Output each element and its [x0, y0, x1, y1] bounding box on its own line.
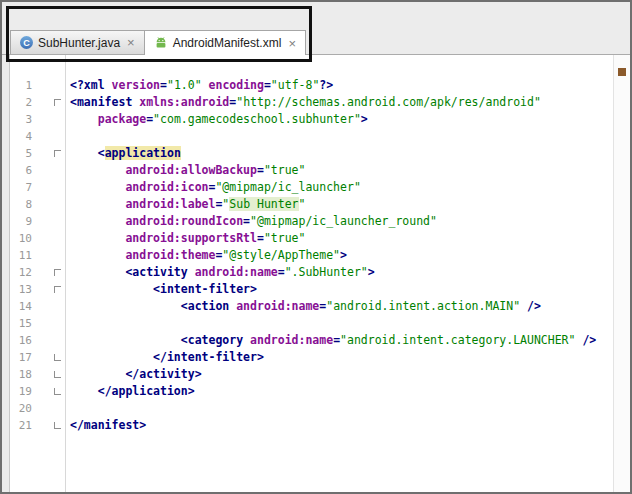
- code-text: </activity>: [70, 366, 202, 383]
- line-number: 7: [10, 179, 32, 196]
- code-text: <?xml version="1.0" encoding="utf-8"?>: [70, 77, 333, 94]
- code-line[interactable]: 12 <activity android:name=".SubHunter">: [10, 264, 614, 281]
- code-line[interactable]: 21</manifest>: [10, 417, 614, 434]
- code-text: <action android:name="android.intent.act…: [70, 298, 541, 315]
- inspections-indicator-icon[interactable]: [618, 68, 626, 76]
- line-number: 4: [10, 128, 32, 145]
- code-text: <category android:name="android.intent.c…: [70, 332, 596, 349]
- code-line[interactable]: 11 android:theme="@style/AppTheme">: [10, 247, 614, 264]
- fold-marker-icon[interactable]: [54, 269, 61, 276]
- line-number: 1: [10, 77, 32, 94]
- fold-marker-icon[interactable]: [54, 354, 61, 361]
- editor-tab-bar-area: C SubHunter.java × AndroidManifest.xml: [2, 2, 630, 55]
- line-number: 21: [10, 417, 32, 434]
- line-number: 13: [10, 281, 32, 298]
- tab-label: SubHunter.java: [38, 36, 120, 50]
- scrollbar-track[interactable]: [613, 55, 630, 492]
- ide-window: C SubHunter.java × AndroidManifest.xml: [0, 0, 632, 494]
- close-tab-icon[interactable]: ×: [125, 36, 135, 49]
- code-line[interactable]: 6 android:allowBackup="true": [10, 162, 614, 179]
- line-number: 10: [10, 230, 32, 247]
- editor-tab-bar: C SubHunter.java × AndroidManifest.xml: [10, 30, 306, 54]
- code-line[interactable]: 2<manifest xmlns:android="http://schemas…: [10, 94, 614, 111]
- line-number: 11: [10, 247, 32, 264]
- line-number: 15: [10, 315, 32, 332]
- code-line[interactable]: 20: [10, 400, 614, 417]
- tab-subhunter-java[interactable]: C SubHunter.java ×: [10, 30, 145, 54]
- fold-marker-icon[interactable]: [54, 422, 61, 429]
- code-text: </intent-filter>: [70, 349, 264, 366]
- code-text: android:roundIcon="@mipmap/ic_launcher_r…: [70, 213, 437, 230]
- code-text: android:allowBackup="true": [70, 162, 305, 179]
- code-line[interactable]: 3 package="com.gamecodeschool.subhunter"…: [10, 111, 614, 128]
- code-line[interactable]: 13 <intent-filter>: [10, 281, 614, 298]
- code-text: <intent-filter>: [70, 281, 257, 298]
- fold-marker-icon[interactable]: [54, 99, 61, 106]
- left-tool-window-strip: [2, 55, 10, 492]
- code-text: android:supportsRtl="true": [70, 230, 305, 247]
- code-line[interactable]: 4: [10, 128, 614, 145]
- line-number: 17: [10, 349, 32, 366]
- code-lines: 1<?xml version="1.0" encoding="utf-8"?>2…: [10, 77, 614, 434]
- java-class-icon: C: [20, 36, 33, 49]
- line-number: 14: [10, 298, 32, 315]
- code-line[interactable]: 7 android:icon="@mipmap/ic_launcher": [10, 179, 614, 196]
- gutter-separator: [65, 55, 66, 492]
- line-number: 19: [10, 383, 32, 400]
- fold-marker-icon[interactable]: [54, 388, 61, 395]
- line-number: 9: [10, 213, 32, 230]
- code-text: android:theme="@style/AppTheme">: [70, 247, 347, 264]
- code-line[interactable]: 1<?xml version="1.0" encoding="utf-8"?>: [10, 77, 614, 94]
- fold-marker-icon[interactable]: [54, 286, 61, 293]
- code-line[interactable]: 17 </intent-filter>: [10, 349, 614, 366]
- code-line[interactable]: 16 <category android:name="android.inten…: [10, 332, 614, 349]
- code-text: </application>: [70, 383, 195, 400]
- line-number: 5: [10, 145, 32, 162]
- code-line[interactable]: 18 </activity>: [10, 366, 614, 383]
- fold-marker-icon[interactable]: [54, 371, 61, 378]
- line-number: 2: [10, 94, 32, 111]
- code-text: package="com.gamecodeschool.subhunter">: [70, 111, 368, 128]
- code-line[interactable]: 19 </application>: [10, 383, 614, 400]
- line-number: 6: [10, 162, 32, 179]
- code-text: android:icon="@mipmap/ic_launcher": [70, 179, 361, 196]
- code-text: android:label="Sub Hunter": [70, 196, 305, 213]
- code-text: <manifest xmlns:android="http://schemas.…: [70, 94, 541, 111]
- code-line[interactable]: 5 <application: [10, 145, 614, 162]
- line-number: 18: [10, 366, 32, 383]
- fold-marker-icon[interactable]: [54, 150, 61, 157]
- code-text: <application: [70, 145, 181, 162]
- android-icon: [154, 36, 168, 50]
- tab-androidmanifest-xml[interactable]: AndroidManifest.xml ×: [144, 30, 306, 55]
- line-number: 12: [10, 264, 32, 281]
- code-line[interactable]: 9 android:roundIcon="@mipmap/ic_launcher…: [10, 213, 614, 230]
- code-line[interactable]: 8 android:label="Sub Hunter": [10, 196, 614, 213]
- code-text: </manifest>: [70, 417, 146, 434]
- code-text: <activity android:name=".SubHunter">: [70, 264, 375, 281]
- line-number: 8: [10, 196, 32, 213]
- code-line[interactable]: 15: [10, 315, 614, 332]
- line-number: 20: [10, 400, 32, 417]
- code-line[interactable]: 10 android:supportsRtl="true": [10, 230, 614, 247]
- line-number: 16: [10, 332, 32, 349]
- close-tab-icon[interactable]: ×: [286, 37, 296, 50]
- line-number: 3: [10, 111, 32, 128]
- tab-label: AndroidManifest.xml: [173, 36, 282, 50]
- editor-area: 1<?xml version="1.0" encoding="utf-8"?>2…: [10, 55, 614, 492]
- code-line[interactable]: 14 <action android:name="android.intent.…: [10, 298, 614, 315]
